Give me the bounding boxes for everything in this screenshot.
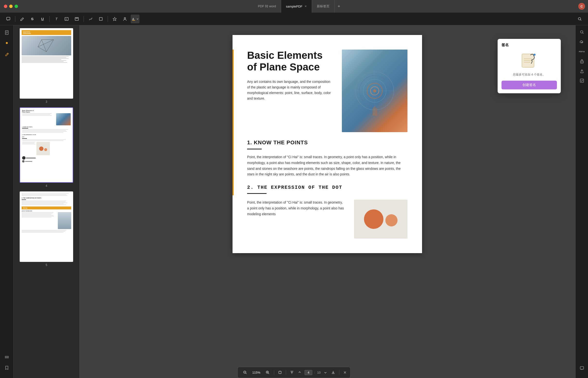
check-icon[interactable]	[578, 77, 586, 84]
titlebar: PDF 转 word samplePDF ✕ 新标签页 + C	[0, 0, 588, 13]
svg-rect-41	[377, 108, 377, 116]
pdf-section1-body: Point, the interpretation of "Ci Hai" is…	[247, 154, 408, 177]
svg-line-46	[268, 373, 269, 374]
pdf-area[interactable]: 签名 您最多可添加 4 个签名。 创建签名	[79, 25, 575, 378]
draw-button[interactable]	[86, 14, 95, 23]
pdf-left-accent	[232, 50, 234, 195]
pencil-button[interactable]	[18, 14, 27, 23]
nav-next-button[interactable]	[323, 369, 328, 375]
svg-point-7	[124, 17, 126, 19]
signature-icon	[520, 50, 539, 70]
svg-line-15	[7, 54, 8, 54]
pdf-bottom-image	[354, 200, 408, 239]
svg-point-55	[581, 62, 582, 63]
zoom-out-button[interactable]	[242, 369, 248, 376]
thumbnail-item-5[interactable]: 3. THE COMPOSITION OF POINTS String LINE…	[16, 191, 76, 267]
text-italic-button[interactable]: T	[52, 14, 61, 23]
stamp-button[interactable]	[110, 14, 119, 23]
pdf-section1-underline	[247, 149, 262, 149]
right-search-icon[interactable]	[578, 28, 586, 36]
page-number-input[interactable]	[305, 370, 313, 375]
tab-samplePDF[interactable]: samplePDF ✕	[281, 0, 312, 13]
pdf-a-icon[interactable]: PDF/A	[578, 48, 586, 55]
thumbnail-frame-4: Basic Elements ofPlane Space 1. KNOW THE…	[20, 107, 73, 183]
comment-button[interactable]	[4, 14, 13, 23]
highlight-button[interactable]: A	[131, 14, 139, 23]
pdf-top-row: Basic Elements of Plane Space Any art co…	[247, 50, 408, 132]
signature-popup: 签名 您最多可添加 4 个签名。 创建签名	[498, 39, 561, 93]
search-icon[interactable]	[575, 14, 584, 23]
left-sidebar	[0, 25, 14, 378]
pdf-section1-title: 1. KNOW THE POINTS	[247, 139, 408, 146]
zoom-sep	[274, 370, 274, 375]
underline-button[interactable]: U	[38, 14, 47, 23]
orange-circle-small	[385, 214, 397, 226]
thumbnail-frame-3: GeometricPhilosophy	[20, 28, 73, 99]
pdf-section2-underline	[247, 193, 267, 194]
close-window-button[interactable]	[4, 5, 7, 8]
sidebar-icon-layers[interactable]	[2, 353, 11, 362]
svg-line-23	[38, 40, 54, 47]
message-icon[interactable]	[578, 364, 586, 372]
thumbnail-number-5: 5	[46, 263, 47, 267]
share-icon[interactable]	[578, 67, 586, 75]
bottom-toolbar: 115%	[237, 367, 350, 378]
pdf-title-block: Basic Elements of Plane Space Any art co…	[247, 50, 332, 132]
pdf-bottom-text: Point, the interpretation of "Ci Hai" is…	[247, 200, 344, 239]
svg-rect-17	[5, 357, 9, 358]
create-signature-button[interactable]: 创建签名	[502, 81, 557, 89]
nav-prev-button[interactable]	[297, 369, 303, 375]
svg-rect-56	[580, 79, 584, 82]
nav-top-button[interactable]	[289, 369, 295, 375]
lock-icon[interactable]	[578, 57, 586, 65]
svg-rect-40	[376, 108, 376, 116]
tab-newtab[interactable]: 新标签页	[312, 0, 335, 13]
maximize-window-button[interactable]	[14, 5, 18, 8]
zoom-sep3	[339, 370, 340, 375]
minimize-window-button[interactable]	[9, 5, 13, 8]
zoom-level[interactable]: 115%	[250, 371, 262, 374]
add-tab-button[interactable]: +	[335, 2, 343, 11]
person-button[interactable]	[121, 14, 129, 23]
toolbar-sep-3	[83, 16, 84, 22]
sidebar-icon-bookmark[interactable]	[2, 364, 11, 372]
tab-pdf2word[interactable]: PDF 转 word	[253, 0, 281, 13]
nav-bottom-button[interactable]	[330, 369, 336, 375]
avatar[interactable]: C	[578, 3, 585, 10]
signature-icon-area	[502, 50, 557, 70]
zoom-in-button[interactable]	[264, 369, 271, 376]
main-toolbar: S U T T	[0, 13, 588, 25]
svg-line-21	[38, 40, 41, 47]
svg-rect-57	[580, 366, 584, 369]
thumb3-image	[22, 36, 71, 55]
traffic-lights	[0, 5, 18, 8]
svg-line-43	[246, 373, 247, 374]
pdf-page: Basic Elements of Plane Space Any art co…	[232, 35, 422, 253]
zoom-sep2	[286, 370, 286, 375]
svg-line-20	[46, 40, 54, 52]
thumbnail-item-3[interactable]: GeometricPhilosophy	[16, 28, 76, 104]
pdf-bottom-row: Point, the interpretation of "Ci Hai" is…	[247, 200, 408, 239]
text-select-button[interactable]	[72, 14, 81, 23]
sidebar-bottom-icons	[2, 353, 11, 375]
orange-circles	[364, 209, 397, 229]
pdf-intro-text: Any art contains its own language, and t…	[247, 79, 332, 101]
pdf-main-title: Basic Elements of Plane Space	[247, 50, 332, 73]
sidebar-icon-pages[interactable]	[2, 28, 11, 37]
sidebar-icon-highlight[interactable]	[2, 50, 11, 59]
thumbnail-item-4[interactable]: Basic Elements ofPlane Space 1. KNOW THE…	[16, 107, 76, 188]
strikethrough-button[interactable]: S	[28, 14, 37, 23]
thumb3-text	[22, 56, 71, 63]
svg-rect-9	[132, 20, 135, 21]
nav-fit-button[interactable]	[277, 369, 283, 375]
cloud-save-icon[interactable]	[578, 38, 586, 46]
signature-description: 您最多可添加 4 个签名。	[502, 73, 557, 77]
text-box-button[interactable]: T	[62, 14, 71, 23]
bottom-close-button[interactable]: ✕	[343, 370, 346, 375]
shape-button[interactable]	[96, 14, 105, 23]
svg-line-19	[41, 40, 46, 52]
thumbnail-panel: GeometricPhilosophy	[14, 25, 79, 378]
svg-marker-6	[113, 17, 116, 21]
tab-close-icon[interactable]: ✕	[304, 5, 307, 8]
svg-rect-16	[5, 356, 9, 357]
